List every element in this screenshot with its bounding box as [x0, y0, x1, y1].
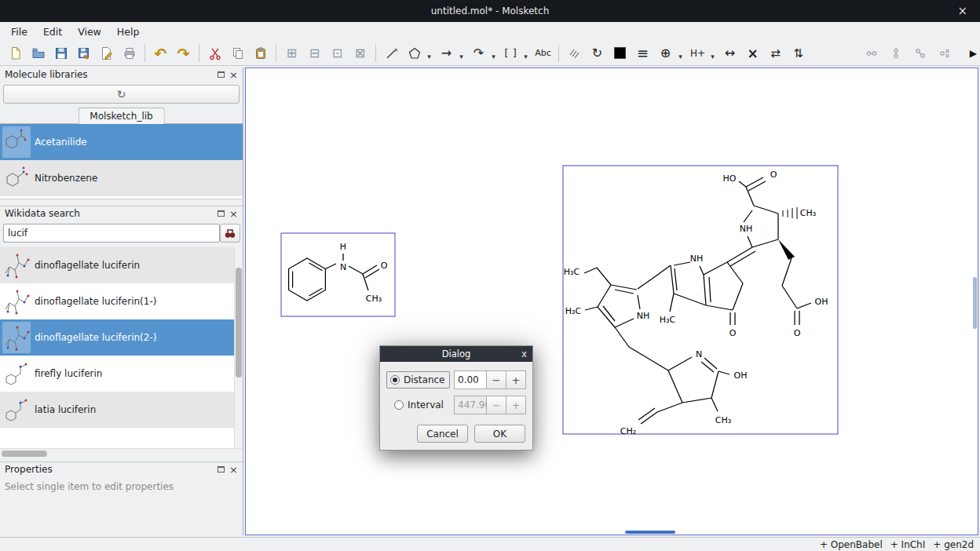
menu-help[interactable]: Help — [109, 24, 148, 40]
molecule-tool-4-button[interactable] — [934, 43, 955, 64]
text-tool-button[interactable]: Abc — [532, 43, 554, 64]
list-item-nitrobenzene[interactable]: Nitrobenzene — [0, 160, 243, 196]
reaction-arrow-button[interactable]: → — [436, 43, 457, 64]
atom-label: OH — [734, 370, 748, 381]
list-item-label: firefly luciferin — [35, 368, 102, 379]
distance-radio-group: Distance — [386, 371, 450, 389]
tool-box-2-button[interactable]: ⊟ — [304, 43, 325, 64]
distance-decrement-button[interactable]: − — [487, 370, 506, 389]
list-item-acetanilide[interactable]: Acetanilide — [0, 124, 243, 160]
interval-increment-button[interactable]: + — [506, 396, 526, 414]
paste-button[interactable] — [250, 43, 271, 64]
molecule-acetanilide[interactable]: H N O CH₃ — [281, 233, 395, 316]
hatch-tool-button[interactable] — [564, 43, 585, 64]
interval-spinbox-value[interactable]: 447.90 — [454, 396, 487, 414]
draw-bond-button[interactable] — [381, 43, 402, 64]
cut-button[interactable] — [204, 43, 225, 64]
canvas-vertical-scrollbar-thumb[interactable] — [973, 277, 977, 329]
new-file-button[interactable] — [5, 43, 26, 64]
drawing-canvas[interactable]: H N O CH₃ — [245, 68, 978, 535]
edit-document-button[interactable] — [96, 43, 117, 64]
list-item-firefly-luciferin[interactable]: firefly luciferin — [0, 356, 243, 392]
hydrogen-tool-button[interactable]: H+ — [687, 43, 708, 64]
tool-box-4-button[interactable]: ⊠ — [349, 43, 371, 64]
mechanism-arrow-button[interactable]: ↷ — [468, 43, 489, 64]
redo-button[interactable]: ↷ — [173, 43, 194, 64]
bracket-tool-dropdown[interactable]: ▾ — [521, 43, 531, 64]
canvas-horizontal-scrollbar-thumb[interactable] — [625, 531, 675, 534]
window-close-button[interactable]: × — [953, 0, 972, 22]
interval-decrement-button[interactable]: − — [487, 396, 506, 414]
save-button[interactable] — [50, 43, 71, 64]
toolbar: ↶ ↷ ⊞ ⊟ ⊡ ⊠ ▾ → ▾ ↷ ▾ [ ] ▾ Abc — [0, 41, 980, 66]
open-file-button[interactable] — [27, 43, 49, 64]
toolbar-overflow-button[interactable]: ▶ — [970, 41, 977, 66]
search-input[interactable] — [3, 224, 220, 243]
copy-button[interactable] — [227, 43, 248, 64]
align-tool-button[interactable]: ↔ — [719, 43, 740, 64]
molecule-tool-1-button[interactable] — [861, 43, 882, 64]
rotate-tool-button[interactable]: ↻ — [587, 43, 608, 64]
dialog-close-button[interactable]: x — [521, 346, 527, 362]
tool-box-3-button[interactable]: ⊡ — [327, 43, 348, 64]
color-picker-button[interactable] — [609, 43, 631, 64]
scrollbar-thumb[interactable] — [236, 268, 242, 378]
charge-tool-dropdown[interactable]: ▾ — [675, 43, 686, 64]
ring-tool-dropdown[interactable]: ▾ — [424, 43, 434, 64]
distance-spinbox: 0.00 − + — [454, 370, 526, 389]
undo-button[interactable]: ↶ — [150, 43, 171, 64]
save-as-button[interactable] — [73, 43, 94, 64]
distance-radio[interactable] — [390, 375, 400, 385]
list-horizontal-scrollbar[interactable] — [0, 448, 243, 458]
float-panel-icon[interactable] — [218, 466, 225, 473]
ok-button[interactable]: OK — [474, 425, 525, 443]
toolbar-separator — [144, 45, 145, 62]
charge-tool-button[interactable]: ⊕ — [655, 43, 676, 64]
selection-box — [281, 233, 395, 316]
flip-horizontal-button[interactable]: ⇄ — [765, 43, 786, 64]
interval-radio[interactable] — [394, 400, 404, 410]
menu-file[interactable]: File — [3, 24, 35, 40]
ring-tool-button[interactable] — [404, 43, 425, 64]
flip-vertical-button[interactable]: ⇅ — [788, 43, 809, 64]
titlebar[interactable]: untitled.mol* - Molsketch × — [0, 0, 980, 22]
tool-box-1-button[interactable]: ⊞ — [281, 43, 302, 64]
print-button[interactable] — [119, 43, 140, 64]
dialog-titlebar[interactable]: Dialog x — [380, 346, 532, 362]
list-item-label: dinoflagellate luciferin(1-) — [35, 296, 156, 307]
close-panel-icon[interactable]: × — [229, 465, 238, 475]
line-width-button[interactable]: ≡ — [632, 43, 653, 64]
close-panel-icon[interactable]: × — [229, 70, 238, 80]
distance-increment-button[interactable]: + — [506, 370, 526, 389]
list-item-latia-luciferin[interactable]: latia luciferin — [0, 392, 243, 428]
float-panel-icon[interactable] — [218, 210, 225, 217]
molecule-luciferin[interactable]: HO O CH₃ NH H₃C NH H₃C NH H₃C O OH O N O… — [563, 166, 838, 436]
cancel-button[interactable]: Cancel — [417, 425, 468, 443]
menu-edit[interactable]: Edit — [35, 24, 70, 40]
menu-view[interactable]: View — [70, 24, 109, 40]
reaction-arrow-dropdown[interactable]: ▾ — [456, 43, 466, 64]
canvas-svg[interactable]: H N O CH₃ — [246, 68, 978, 535]
atom-label: H₃C — [565, 306, 582, 316]
atom-label: H₃C — [564, 267, 580, 277]
bracket-tool-button[interactable]: [ ] — [500, 43, 521, 64]
molecule-tool-2-button[interactable] — [885, 43, 906, 64]
mechanism-arrow-dropdown[interactable]: ▾ — [488, 43, 499, 64]
scrollbar-thumb[interactable] — [2, 451, 47, 457]
current-color-swatch — [614, 47, 626, 59]
delete-tool-button[interactable]: × — [742, 43, 763, 64]
float-panel-icon[interactable] — [218, 71, 225, 78]
list-item-dinoflagellate-luciferin-1[interactable]: dinoflagellate luciferin(1-) — [0, 283, 243, 319]
refresh-library-button[interactable]: ↻ — [3, 85, 240, 104]
list-item-dinoflagellate-luciferin-2[interactable]: dinoflagellate luciferin(2-) — [0, 319, 243, 356]
tab-molsketch-lib[interactable]: Molsketch_lib — [78, 108, 164, 124]
search-button[interactable] — [220, 224, 240, 243]
close-panel-icon[interactable]: × — [229, 209, 238, 219]
hydrogen-tool-dropdown[interactable]: ▾ — [708, 43, 718, 64]
list-item-dinoflagellate-luciferin[interactable]: dinoflagellate luciferin — [0, 247, 243, 283]
molecule-tool-3-button[interactable] — [909, 43, 931, 64]
toolbar-separator — [276, 45, 276, 62]
wikidata-search-header: Wikidata search × — [0, 206, 243, 221]
distance-spinbox-value[interactable]: 0.00 — [454, 370, 487, 389]
list-vertical-scrollbar[interactable] — [234, 247, 243, 448]
